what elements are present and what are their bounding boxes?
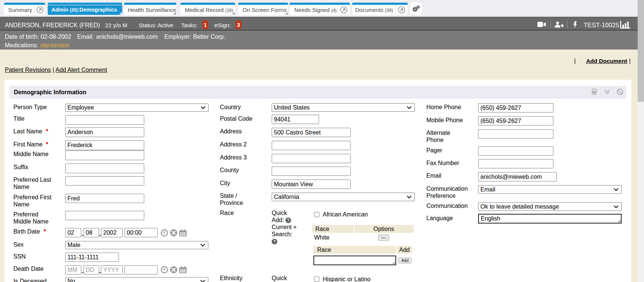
svg-text:?: ? (287, 218, 290, 222)
svg-text:?: ? (273, 239, 275, 244)
